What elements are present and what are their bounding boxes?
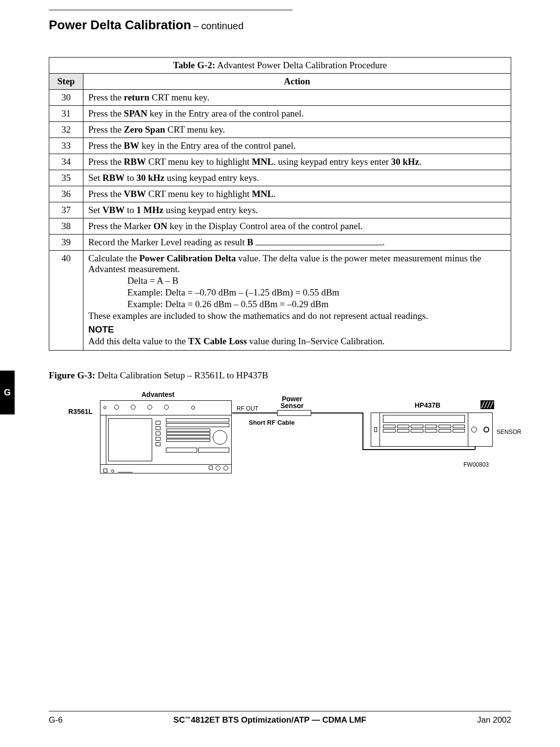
action-cell: Set VBW to 1 MHz using keypad entry keys…: [83, 202, 511, 218]
action-cell: Record the Marker Level reading as resul…: [83, 235, 511, 251]
table-row: 31Press the SPAN key in the Entry area o…: [49, 106, 511, 122]
step-cell: 34: [49, 154, 83, 170]
col-step-head: Step: [49, 74, 83, 90]
step-cell: 39: [49, 235, 83, 251]
table-row: 32Press the Zero Span CRT menu key.: [49, 122, 511, 138]
step-cell: 36: [49, 186, 83, 202]
step-cell: 33: [49, 138, 83, 154]
col-action-head: Action: [83, 74, 511, 90]
sensor-cable-h1: [311, 413, 362, 413]
table-row: 39Record the Marker Level reading as res…: [49, 235, 511, 251]
step-cell: 37: [49, 202, 83, 218]
label-power-sensor: Power Sensor: [280, 395, 303, 409]
figure-caption: Figure G-3: Delta Calibration Setup – R3…: [49, 370, 511, 381]
sensor-cable-v: [362, 413, 363, 449]
action-cell: Press the VBW CRT menu key to highlight …: [83, 186, 511, 202]
action-cell: Press the Zero Span CRT menu key.: [83, 122, 511, 138]
table-row: 33Press the BW key in the Entry area of …: [49, 138, 511, 154]
footer-page-number: G-6: [49, 715, 62, 725]
procedure-table: Table G-2: Advantest Power Delta Calibra…: [49, 57, 511, 351]
table-row: 35Set RBW to 30 kHz using keypad entry k…: [49, 170, 511, 186]
page-title: Power Delta Calibration – continued: [49, 18, 511, 33]
label-rfout: RF OUT: [237, 405, 259, 412]
svg-line-0: [481, 401, 484, 408]
label-r3561l: R3561L: [68, 408, 93, 415]
rf-cable-line: [232, 413, 277, 413]
action-cell: Press the RBW CRT menu key to highlight …: [83, 154, 511, 170]
label-short-rf-cable: Short RF Cable: [249, 419, 295, 426]
step-cell: 35: [49, 170, 83, 186]
blank-fill-line: [256, 245, 382, 245]
sensor-cable-h2: [362, 449, 475, 450]
page-footer: G-6 SC™4812ET BTS Optimization/ATP — CDM…: [49, 711, 511, 725]
footer-date: Jan 2002: [477, 715, 511, 725]
label-fwcode: FW00803: [463, 461, 489, 468]
step-cell: 30: [49, 90, 83, 106]
table-row: 34Press the RBW CRT menu key to highligh…: [49, 154, 511, 170]
table-row: 40Calculate the Power Calibration Delta …: [49, 251, 511, 351]
action-cell: Set RBW to 30 kHz using keypad entry key…: [83, 170, 511, 186]
step-cell: 38: [49, 218, 83, 235]
svg-line-3: [490, 401, 493, 408]
equipment-hp437b: [371, 413, 493, 447]
label-sensor: SENSOR: [497, 429, 521, 435]
table-row: 30Press the return CRT menu key.: [49, 90, 511, 106]
figure-diagram: Advantest R3561L: [63, 391, 511, 488]
table-row: 38Press the Marker ON key in the Display…: [49, 218, 511, 235]
label-hp437b: HP437B: [415, 401, 440, 409]
step-cell: 31: [49, 106, 83, 122]
action-cell: Press the Marker ON key in the Display C…: [83, 218, 511, 235]
table-caption: Table G-2: Advantest Power Delta Calibra…: [49, 58, 511, 74]
step-cell: 32: [49, 122, 83, 138]
action-cell: Calculate the Power Calibration Delta va…: [83, 251, 511, 351]
section-tab: G: [0, 371, 15, 414]
equipment-r3561l: [100, 400, 232, 473]
note-heading: NOTE: [88, 324, 506, 335]
step-cell: 40: [49, 251, 83, 351]
svg-line-1: [484, 401, 487, 408]
action-cell: Press the return CRT menu key.: [83, 90, 511, 106]
action-cell: Press the SPAN key in the Entry area of …: [83, 106, 511, 122]
svg-line-2: [487, 401, 490, 408]
footer-doc-title: SC™4812ET BTS Optimization/ATP — CDMA LM…: [62, 715, 477, 725]
hp-logo-block: [480, 400, 494, 409]
table-row: 36Press the VBW CRT menu key to highligh…: [49, 186, 511, 202]
table-row: 37Set VBW to 1 MHz using keypad entry ke…: [49, 202, 511, 218]
action-cell: Press the BW key in the Entry area of th…: [83, 138, 511, 154]
equipment-power-sensor: [277, 410, 311, 416]
title-sub: – continued: [193, 20, 243, 31]
label-advantest: Advantest: [141, 391, 175, 398]
title-main: Power Delta Calibration: [49, 18, 191, 32]
